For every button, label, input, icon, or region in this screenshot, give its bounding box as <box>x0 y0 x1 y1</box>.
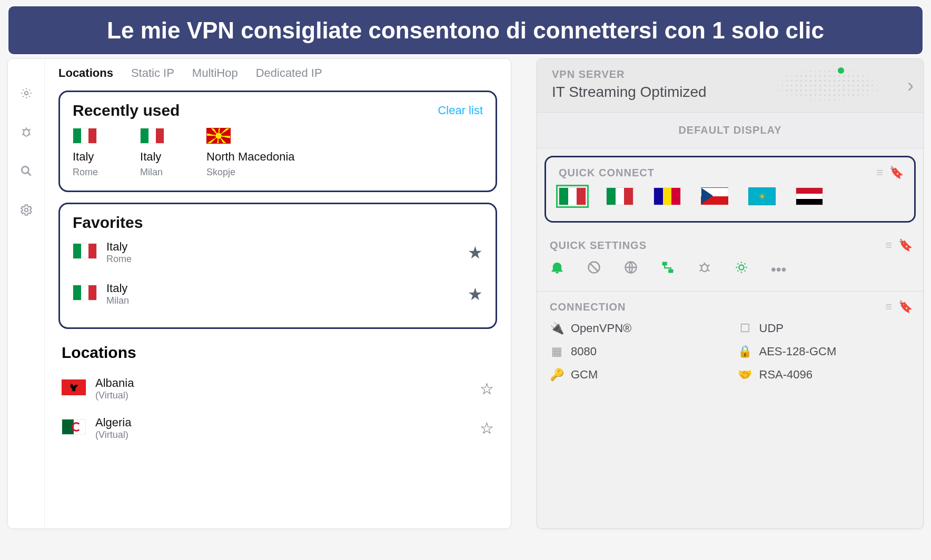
plug-icon: 🔌 <box>550 322 563 335</box>
tab-static-ip[interactable]: Static IP <box>131 66 174 80</box>
favorites-title: Favorites <box>73 214 483 232</box>
connection-handshake: 🤝 RSA-4096 <box>738 368 911 382</box>
favorites-card: Favorites Italy Rome ★ Italy Milan ★ <box>58 203 497 329</box>
star-outline-icon[interactable]: ☆ <box>480 419 494 437</box>
menu-lines-icon[interactable]: ≡ <box>885 300 892 314</box>
more-icon[interactable]: ••• <box>771 261 786 278</box>
tab-multihop[interactable]: MultiHop <box>192 66 238 80</box>
vpn-server-header[interactable]: VPN SERVER IT Streaming Optimized › <box>537 59 923 113</box>
albania-flag-icon <box>62 379 86 395</box>
italy-flag-icon <box>73 128 97 144</box>
location-tabs: Locations Static IP MultiHop Dedicated I… <box>58 59 497 91</box>
udp-icon: ☐ <box>738 322 752 335</box>
globe-icon[interactable] <box>623 260 638 278</box>
connection-panel: CONNECTION ≡ 🔖 🔌 OpenVPN® ☐ UDP ▦ 8080 <box>537 292 923 394</box>
search-icon[interactable] <box>18 163 34 179</box>
quick-connect-title: QUICK CONNECT <box>559 167 902 179</box>
italy-flag-icon <box>73 243 97 259</box>
connection-value: 8080 <box>571 345 597 358</box>
bug-icon[interactable] <box>697 260 712 278</box>
default-display-bar: DEFAULT DISPLAY <box>537 113 923 148</box>
quick-connect-flag[interactable] <box>606 187 633 205</box>
recent-country: Italy <box>73 150 98 164</box>
favorite-country: Italy <box>106 240 132 254</box>
connection-transport: ☐ UDP <box>738 322 911 335</box>
svg-point-9 <box>739 265 744 269</box>
vpn-dashboard-app: VPN SERVER IT Streaming Optimized › DEFA… <box>537 58 924 529</box>
bookmark-icon[interactable]: 🔖 <box>898 300 913 314</box>
quick-connect-panel: QUICK CONNECT ≡ 🔖 <box>544 156 916 223</box>
alert-icon[interactable] <box>18 85 34 101</box>
algeria-flag-icon <box>62 419 86 435</box>
location-sub: (Virtual) <box>95 390 134 401</box>
svg-rect-6 <box>662 262 667 266</box>
tab-locations[interactable]: Locations <box>58 66 113 80</box>
quick-connect-flag[interactable] <box>559 187 586 205</box>
shield-bug-icon[interactable] <box>18 124 34 140</box>
favorite-city: Rome <box>106 254 132 265</box>
svg-point-0 <box>24 92 28 95</box>
connection-value: GCM <box>571 368 598 382</box>
recently-used-card: Recently used Clear list Italy Rome Ital… <box>58 91 497 192</box>
bookmark-icon[interactable]: 🔖 <box>889 166 904 179</box>
network-icon[interactable] <box>660 260 675 278</box>
gear-icon[interactable] <box>18 202 34 218</box>
port-icon: ▦ <box>550 345 563 358</box>
connection-value: AES-128-GCM <box>759 345 837 358</box>
quick-settings-panel: QUICK SETTINGS ≡ 🔖 <box>537 230 923 292</box>
tab-dedicated-ip[interactable]: Dedicated IP <box>256 66 322 80</box>
svg-point-2 <box>22 166 28 173</box>
connection-cipher: 🔒 AES-128-GCM <box>738 345 911 358</box>
svg-point-1 <box>23 129 29 136</box>
world-map-icon <box>770 64 886 106</box>
server-pin-icon <box>838 67 844 74</box>
clear-list-link[interactable]: Clear list <box>438 104 483 117</box>
svg-point-8 <box>701 264 708 272</box>
connection-value: UDP <box>759 322 784 335</box>
star-filled-icon[interactable]: ★ <box>468 284 483 304</box>
location-item[interactable]: Albania (Virtual) ☆ <box>58 369 497 408</box>
favorite-city: Milan <box>106 295 129 306</box>
menu-lines-icon[interactable]: ≡ <box>885 238 892 252</box>
location-item[interactable]: Algeria (Virtual) ☆ <box>58 408 497 448</box>
bookmark-icon[interactable]: 🔖 <box>898 238 913 252</box>
lock-icon: 🔒 <box>738 345 752 358</box>
italy-flag-icon <box>73 285 97 301</box>
surfshark-app: Locations Static IP MultiHop Dedicated I… <box>7 58 511 529</box>
menu-lines-icon[interactable]: ≡ <box>876 166 883 179</box>
star-filled-icon[interactable]: ★ <box>468 243 483 263</box>
left-sidebar <box>8 59 45 528</box>
recent-item[interactable]: Italy Milan <box>140 128 164 178</box>
bell-icon[interactable] <box>550 260 564 278</box>
quick-connect-flag[interactable] <box>748 187 776 205</box>
connection-protocol: 🔌 OpenVPN® <box>550 322 722 335</box>
connection-port: ▦ 8080 <box>550 345 722 358</box>
lightbulb-icon[interactable] <box>734 260 749 278</box>
italy-flag-icon <box>140 128 164 144</box>
connection-value: RSA-4096 <box>759 368 813 382</box>
recent-city: Rome <box>73 167 98 178</box>
recent-item[interactable]: North Macedonia Skopje <box>206 128 295 178</box>
recent-city: Milan <box>140 167 164 178</box>
favorite-country: Italy <box>106 282 129 295</box>
connection-auth: 🔑 GCM <box>550 368 722 382</box>
svg-point-3 <box>24 208 28 212</box>
recently-used-title: Recently used <box>73 102 180 119</box>
chevron-right-icon[interactable]: › <box>907 75 914 97</box>
quick-connect-flag[interactable] <box>653 187 681 205</box>
quick-settings-title: QUICK SETTINGS <box>550 239 910 252</box>
favorite-item[interactable]: Italy Rome ★ <box>73 232 483 273</box>
block-icon[interactable] <box>587 260 601 278</box>
handshake-icon: 🤝 <box>738 368 752 382</box>
quick-connect-flag[interactable] <box>701 187 728 205</box>
recent-item[interactable]: Italy Rome <box>73 128 98 178</box>
favorite-item[interactable]: Italy Milan ★ <box>73 273 483 315</box>
recent-country: North Macedonia <box>206 150 295 164</box>
quick-connect-flag[interactable] <box>796 187 823 205</box>
north-macedonia-flag-icon <box>206 128 231 144</box>
location-sub: (Virtual) <box>95 429 131 441</box>
star-outline-icon[interactable]: ☆ <box>480 379 494 398</box>
recent-city: Skopje <box>206 167 295 178</box>
location-country: Algeria <box>95 416 131 429</box>
connection-value: OpenVPN® <box>571 322 631 335</box>
